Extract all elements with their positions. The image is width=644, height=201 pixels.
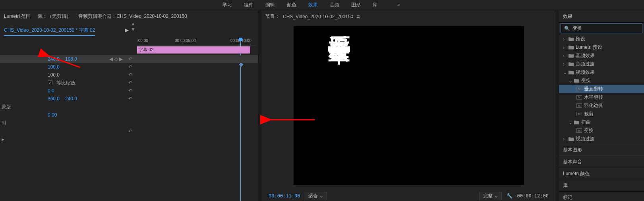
- ws-more-icon[interactable]: »: [397, 2, 400, 8]
- chevron-right-icon: ›: [563, 45, 566, 50]
- folder-icon: [568, 54, 574, 58]
- tab-essential-graphics[interactable]: 基本图形: [559, 144, 644, 156]
- ws-graphics[interactable]: 图形: [351, 2, 361, 8]
- current-timecode[interactable]: 00:00:11:00: [269, 193, 300, 199]
- row-time-label: 时: [0, 119, 258, 127]
- properties-list: 248.0 198.0 ◀ ◇ ▶ ↶ 100.0 ↶ 100.0 ↶ ✓ 等比…: [0, 38, 258, 143]
- resolution-dropdown[interactable]: 完整⌄: [480, 192, 502, 200]
- keyframe-nav[interactable]: ◀ ◇ ▶: [109, 56, 123, 62]
- zoom-fit-dropdown[interactable]: 适合⌄: [305, 192, 327, 200]
- folder-icon: [568, 62, 574, 66]
- ws-color[interactable]: 颜色: [287, 2, 296, 8]
- tree-video-effects[interactable]: ⌄视频效果: [559, 68, 644, 77]
- uniform-scale-checkbox[interactable]: ✓: [48, 80, 52, 85]
- ws-edit[interactable]: 编辑: [265, 2, 275, 8]
- anchor-x[interactable]: 360.0: [48, 96, 64, 101]
- clip-name[interactable]: CHS_Video_2020-10-02_200150 * 字幕 02: [4, 27, 95, 34]
- play-icon[interactable]: ▶: [125, 27, 129, 33]
- fx-icon: fx: [576, 128, 582, 133]
- duration-timecode: 00:00:12:00: [517, 193, 549, 199]
- effects-tree: ›预设 ›Lumetri 预设 ›音频效果 ›音频过渡 ⌄视频效果 ⌄变换 fx…: [559, 34, 644, 144]
- fx-icon: fx: [576, 87, 582, 91]
- tab-lumetri-scopes[interactable]: Lumetri 范围: [4, 13, 31, 20]
- effects-panel-title: 效果: [559, 11, 644, 23]
- chevron-down-icon: ⌄: [569, 120, 572, 125]
- scale-value[interactable]: 100.0: [48, 64, 64, 70]
- program-sequence-name: CHS_Video_2020-10-02_200150: [283, 14, 353, 19]
- feather-value[interactable]: 0.00: [48, 112, 64, 118]
- search-term: 变换: [572, 25, 582, 32]
- chevron-down-icon: ⌄: [319, 193, 323, 199]
- tab-lumetri-color[interactable]: Lumetri 颜色: [559, 168, 644, 180]
- tree-audio-transitions[interactable]: ›音频过渡: [559, 60, 644, 68]
- tree-transform-fx[interactable]: fx变换: [559, 126, 644, 135]
- anchor-y[interactable]: 240.0: [65, 96, 81, 101]
- ws-assembly[interactable]: 组件: [244, 2, 253, 8]
- source-header: CHS_Video_2020-10-02_200150 * 字幕 02 ▶ ▲▼: [0, 22, 258, 38]
- reset-icon[interactable]: ↶: [128, 56, 132, 62]
- tab-source[interactable]: 源：（无剪辑）: [38, 13, 71, 20]
- folder-icon: [568, 70, 574, 75]
- effect-controls-panel: Lumetri 范围 源：（无剪辑） 音频剪辑混合器：CHS_Video_202…: [0, 11, 258, 201]
- position-y[interactable]: 198.0: [65, 56, 81, 62]
- tree-transform-folder[interactable]: ⌄变换: [559, 77, 644, 85]
- folder-icon: [574, 120, 579, 124]
- fx-icon: fx: [576, 112, 582, 116]
- tree-horizontal-flip[interactable]: fx水平翻转: [559, 93, 644, 101]
- reset-icon[interactable]: ↶: [128, 128, 132, 134]
- row-uniform-scale: ✓ 等比缩放 ↶: [0, 79, 258, 87]
- left-panel-tabs: Lumetri 范围 源：（无剪辑） 音频剪辑混合器：CHS_Video_202…: [0, 11, 258, 22]
- fx-icon: fx: [576, 95, 582, 100]
- program-viewport[interactable]: 章去厚垂: [261, 22, 556, 191]
- tree-distort-folder[interactable]: ⌄扭曲: [559, 118, 644, 126]
- row-rotation: 0.0 ↶: [0, 87, 258, 95]
- tab-library[interactable]: 库: [559, 180, 644, 191]
- right-collapsed-panels: 基本图形 基本声音 Lumetri 颜色 库 标记: [559, 144, 644, 201]
- timeline-nav-arrows: ▲▼: [131, 21, 135, 32]
- tab-markers[interactable]: 标记: [559, 191, 644, 201]
- program-controls: 00:00:11:00 适合⌄ 完整⌄ 🔧 00:00:12:00: [261, 191, 556, 201]
- folder-icon: [568, 45, 574, 50]
- row-mask-label: 蒙版: [0, 103, 258, 111]
- position-x[interactable]: 248.0: [48, 56, 64, 62]
- settings-wrench-icon[interactable]: 🔧: [507, 193, 512, 199]
- tree-video-transitions[interactable]: ›视频过渡: [559, 135, 644, 143]
- tree-vertical-flip[interactable]: fx垂直翻转: [559, 85, 644, 93]
- effects-search-input[interactable]: 🔍 变换: [561, 23, 642, 33]
- panel-menu-icon[interactable]: ≡: [356, 13, 360, 20]
- ws-library[interactable]: 库: [373, 2, 377, 8]
- folder-icon: [568, 137, 574, 141]
- scale-width-value[interactable]: 100.0: [48, 72, 64, 78]
- tab-audiomixer[interactable]: 音频剪辑混合器：CHS_Video_2020-10-02_200150: [78, 13, 187, 20]
- tree-feather-edges[interactable]: fx羽化边缘: [559, 101, 644, 110]
- program-label: 节目：: [265, 13, 280, 20]
- chevron-down-icon: ⌄: [494, 193, 498, 199]
- reset-icon[interactable]: ↶: [128, 96, 132, 101]
- ws-effects[interactable]: 效果: [308, 2, 318, 8]
- program-monitor: 节目： CHS_Video_2020-10-02_200150 ≡ 章去厚垂 0…: [261, 11, 556, 201]
- chevron-right-icon: ›: [563, 36, 566, 42]
- row-anchor: 360.0 240.0 ↶: [0, 95, 258, 103]
- folder-icon: [574, 78, 579, 83]
- row-expand[interactable]: ▸: [0, 135, 258, 143]
- row-feather: 0.00: [0, 111, 258, 119]
- chevron-right-icon: ›: [563, 61, 566, 67]
- reset-icon[interactable]: ↶: [128, 88, 132, 94]
- folder-icon: [568, 37, 574, 41]
- tree-lumetri-presets[interactable]: ›Lumetri 预设: [559, 43, 644, 52]
- reset-icon[interactable]: ↶: [128, 64, 132, 70]
- program-header: 节目： CHS_Video_2020-10-02_200150 ≡: [261, 11, 556, 22]
- fx-icon: fx: [576, 103, 582, 108]
- tree-presets[interactable]: ›预设: [559, 35, 644, 43]
- reset-icon[interactable]: ↶: [128, 80, 132, 86]
- ws-audio[interactable]: 音频: [330, 2, 339, 8]
- ws-learn[interactable]: 学习: [222, 2, 232, 8]
- row-scale: 100.0 ↶: [0, 63, 258, 71]
- uniform-scale-label: 等比缩放: [56, 80, 75, 86]
- video-frame: 章去厚垂: [294, 26, 524, 185]
- tab-essential-sound[interactable]: 基本声音: [559, 156, 644, 168]
- reset-icon[interactable]: ↶: [128, 72, 132, 78]
- rotation-value[interactable]: 0.0: [48, 88, 64, 94]
- tree-audio-effects[interactable]: ›音频效果: [559, 52, 644, 60]
- tree-crop[interactable]: fx裁剪: [559, 110, 644, 118]
